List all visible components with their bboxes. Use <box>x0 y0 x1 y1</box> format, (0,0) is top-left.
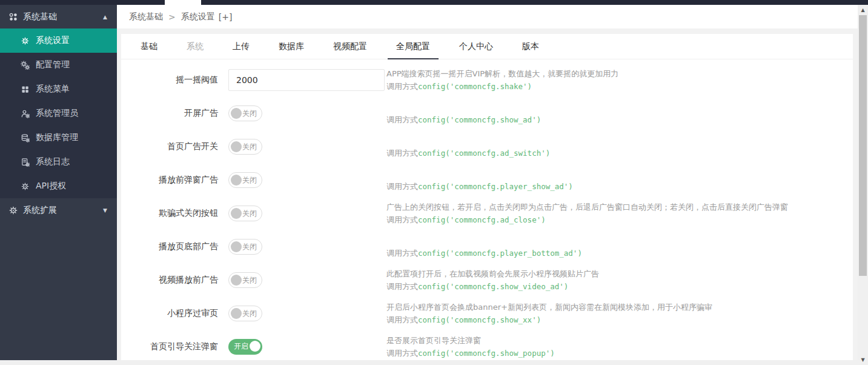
sidebar-group-0[interactable]: 系统基础▲ <box>0 5 117 28</box>
toggle-knob <box>231 108 242 119</box>
shake-threshold-input[interactable] <box>228 69 385 91</box>
form-row-control: 关闭 <box>218 105 386 121</box>
top-bar-active-notch <box>165 0 201 5</box>
toggle-switch[interactable]: 关闭 <box>228 239 262 255</box>
tab-2[interactable]: 上传 <box>218 34 264 59</box>
toggle-knob <box>231 308 242 319</box>
form-row-control: 关闭 <box>218 272 386 288</box>
form-row: 小程序过审页关闭开启后小程序首页会换成banner+新闻列表页，新闻内容需在新闻… <box>121 296 853 330</box>
form-row-label: 播放页底部广告 <box>121 241 218 252</box>
toggle-switch[interactable]: 关闭 <box>228 272 262 288</box>
help-description: 是否展示首页引导关注弹窗 <box>386 334 853 347</box>
toggle-state-label: 关闭 <box>242 306 257 321</box>
sidebar-item-5[interactable]: 系统日志 <box>0 150 117 174</box>
toggle-state-label: 关闭 <box>242 273 257 288</box>
toggle-state-label: 关闭 <box>242 206 257 221</box>
settings-tabs: 基础系统上传数据库视频配置全局配置个人中心版本 <box>121 34 853 59</box>
toggle-switch[interactable]: 关闭 <box>228 172 262 188</box>
form-row-help: 广告上的关闭按钮，若开启，点击关闭即为点击广告，后退后广告窗口自动关闭；若关闭，… <box>386 201 853 226</box>
tab-6[interactable]: 个人中心 <box>445 34 508 59</box>
form-row-label: 欺骗式关闭按钮 <box>121 208 218 219</box>
call-prefix: 调用方式 <box>386 215 418 224</box>
help-call-line: 调用方式config('commoncfg.player_show_ad') <box>386 180 853 193</box>
breadcrumb-item-0[interactable]: 系统基础 <box>129 12 163 22</box>
horizontal-scrollbar-track[interactable] <box>0 360 858 365</box>
toggle-knob <box>250 341 260 352</box>
sidebar-item-0[interactable]: 系统设置 <box>0 28 117 53</box>
toggle-knob <box>231 241 242 252</box>
form-row-help: 调用方式config('commoncfg.ad_switch') <box>386 134 853 159</box>
help-call-line: 调用方式config('commoncfg.player_bottom_ad') <box>386 247 853 260</box>
config-code: config('commoncfg.ad_switch') <box>418 149 550 158</box>
tab-1[interactable]: 系统 <box>172 34 218 59</box>
config-code: config('commoncfg.show_video_ad') <box>418 282 568 291</box>
sidebar-item-6[interactable]: API授权 <box>0 174 117 198</box>
scrollbar-thumb[interactable] <box>859 15 867 276</box>
toggle-state-label: 开启 <box>234 339 248 354</box>
tab-0[interactable]: 基础 <box>126 34 172 59</box>
config-code: config('commoncfg.player_show_ad') <box>418 182 573 191</box>
call-prefix: 调用方式 <box>386 149 418 158</box>
gears-icon <box>21 61 30 70</box>
settings-form: 摇一摇阀值APP端搜索页摇一摇开启VIP解析，数值越大，就要摇的就更加用力调用方… <box>121 59 853 363</box>
sidebar-item-label: 系统设置 <box>36 35 70 46</box>
form-row: 摇一摇阀值APP端搜索页摇一摇开启VIP解析，数值越大，就要摇的就更加用力调用方… <box>121 63 853 96</box>
help-call-line: 调用方式config('commoncfg.shake') <box>386 80 853 93</box>
call-prefix: 调用方式 <box>386 182 418 191</box>
help-call-line: 调用方式config('commoncfg.show_ad') <box>386 113 853 126</box>
call-prefix: 调用方式 <box>386 82 418 91</box>
sidebar-item-2[interactable]: 系统菜单 <box>0 77 117 101</box>
sidebar-item-3[interactable]: 系统管理员 <box>0 101 117 126</box>
gear-icon <box>21 36 30 45</box>
chevron-down-icon: ▼ <box>103 207 107 213</box>
help-description: APP端搜索页摇一摇开启VIP解析，数值越大，就要摇的就更加用力 <box>386 67 853 80</box>
tab-7[interactable]: 版本 <box>508 34 554 59</box>
sidebar-item-label: 系统菜单 <box>36 84 70 95</box>
scroll-down-icon[interactable]: ▼ <box>858 355 868 365</box>
tab-4[interactable]: 视频配置 <box>319 34 382 59</box>
form-row-help: 此配置项打开后，在加载视频前会先展示小程序视频贴片广告调用方式config('c… <box>386 267 853 293</box>
config-code: config('commoncfg.show_xx') <box>418 315 541 324</box>
tab-5[interactable]: 全局配置 <box>382 34 445 59</box>
config-code: config('commoncfg.show_popup') <box>418 349 555 358</box>
toggle-switch[interactable]: 开启 <box>228 339 262 355</box>
form-row: 首页引导关注弹窗开启是否展示首页引导关注弹窗调用方式config('common… <box>121 330 853 363</box>
toggle-switch[interactable]: 关闭 <box>228 206 262 221</box>
toggle-switch[interactable]: 关闭 <box>228 306 262 321</box>
form-row-control: 关闭 <box>218 139 386 155</box>
sidebar-group-label: 系统扩展 <box>23 205 57 216</box>
tab-3[interactable]: 数据库 <box>264 34 319 59</box>
help-description <box>386 167 853 180</box>
form-row-control: 开启 <box>218 339 386 355</box>
sidebar-item-4[interactable]: 数据库管理 <box>0 126 117 150</box>
sidebar-item-label: 系统日志 <box>36 156 70 167</box>
toggle-switch[interactable]: 关闭 <box>228 105 262 121</box>
help-call-line: 调用方式config('commoncfg.show_video_ad') <box>386 280 853 293</box>
breadcrumb-item-1[interactable]: 系统设置 <box>181 12 215 22</box>
sidebar-group-label: 系统基础 <box>23 12 57 22</box>
form-row-control: 关闭 <box>218 172 386 188</box>
vertical-scrollbar[interactable]: ▲ ▼ <box>858 5 868 365</box>
form-row-help: APP端搜索页摇一摇开启VIP解析，数值越大，就要摇的就更加用力调用方式conf… <box>386 67 853 93</box>
sidebar-group-1[interactable]: 系统扩展▼ <box>0 198 117 222</box>
sidebar-item-label: 数据库管理 <box>36 132 78 143</box>
call-prefix: 调用方式 <box>386 115 418 124</box>
form-row-label: 视频播放前广告 <box>121 275 218 286</box>
form-row-control <box>218 69 386 91</box>
toggle-switch[interactable]: 关闭 <box>228 139 262 155</box>
form-row-label: 首页广告开关 <box>121 141 218 152</box>
config-code: config('commoncfg.show_ad') <box>418 115 541 124</box>
gear-icon <box>8 206 18 215</box>
sidebar-item-label: 系统管理员 <box>36 108 78 119</box>
sidebar-submenu: 系统设置配置管理系统菜单系统管理员数据库管理系统日志API授权 <box>0 28 117 198</box>
log-gear-icon <box>21 158 30 167</box>
help-call-line: 调用方式config('commoncfg.show_popup') <box>386 347 853 360</box>
sidebar-item-1[interactable]: 配置管理 <box>0 53 117 77</box>
toggle-knob <box>231 141 242 152</box>
form-row-label: 播放前弹窗广告 <box>121 175 218 186</box>
scroll-up-icon[interactable]: ▲ <box>858 5 868 15</box>
config-code: config('commoncfg.ad_close') <box>418 215 546 224</box>
form-row: 播放页底部广告关闭调用方式config('commoncfg.player_bo… <box>121 230 853 263</box>
sidebar-item-label: 配置管理 <box>36 59 70 70</box>
form-row-control: 关闭 <box>218 306 386 321</box>
